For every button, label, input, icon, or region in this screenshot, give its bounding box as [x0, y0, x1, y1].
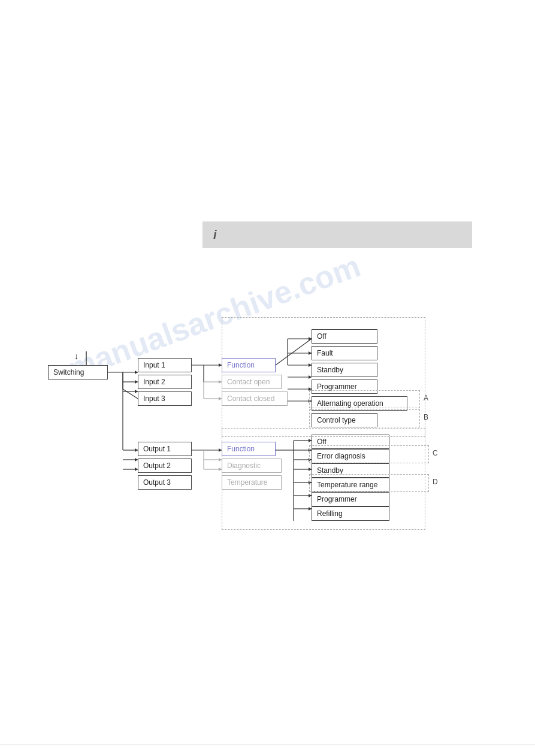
switching-box: Switching: [48, 365, 108, 379]
output-section-border: [222, 428, 425, 530]
output2-box: Output 2: [138, 459, 192, 473]
input1-box: Input 1: [138, 358, 192, 372]
output1-box: Output 1: [138, 442, 192, 456]
input2-box: Input 2: [138, 375, 192, 389]
bottom-line: [0, 745, 535, 745]
region-d-label: D: [433, 478, 438, 486]
info-banner: i: [202, 221, 472, 248]
input3-box: Input 3: [138, 391, 192, 406]
output1-label: Output 1: [143, 445, 171, 453]
output3-label: Output 3: [143, 478, 171, 487]
input1-label: Input 1: [143, 361, 165, 369]
svg-line-7: [123, 389, 138, 399]
down-arrow-indicator: ↓: [74, 351, 78, 361]
output2-label: Output 2: [143, 462, 171, 470]
switching-label: Switching: [53, 368, 84, 377]
input-section-border: [222, 317, 425, 437]
input3-label: Input 3: [143, 394, 165, 403]
region-c-label: C: [433, 449, 438, 457]
diagram: ↓ Switching Input 1 Input 2 Input 3 Func…: [36, 293, 515, 521]
input2-label: Input 2: [143, 378, 165, 386]
output3-box: Output 3: [138, 475, 192, 490]
info-icon: i: [213, 228, 217, 242]
